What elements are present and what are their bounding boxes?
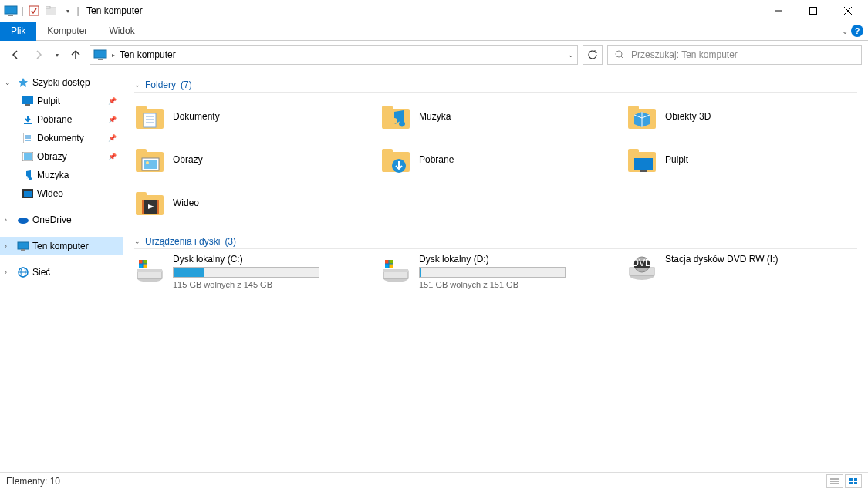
- sidebar-item-label: Dokumenty: [37, 133, 84, 143]
- folder-label: Muzyka: [419, 111, 451, 122]
- folder-label: Pobrane: [419, 154, 454, 165]
- sidebar-item-desktop[interactable]: Pulpit 📌: [0, 92, 123, 110]
- sidebar-item-documents[interactable]: Dokumenty 📌: [0, 129, 123, 147]
- folder-item[interactable]: Obrazy: [134, 140, 365, 179]
- address-bar[interactable]: ▸ Ten komputer ⌄: [90, 45, 578, 65]
- svg-rect-9: [94, 50, 106, 58]
- tab-file[interactable]: Plik: [0, 22, 36, 41]
- svg-rect-49: [628, 149, 639, 155]
- folder-item[interactable]: Pulpit: [627, 140, 857, 179]
- folder-icon: [134, 187, 165, 218]
- chevron-right-icon[interactable]: ›: [5, 242, 14, 250]
- group-header-folders[interactable]: ⌄ Foldery (7): [134, 79, 857, 93]
- svg-rect-63: [139, 265, 143, 268]
- view-details-button[interactable]: [826, 474, 843, 488]
- svg-rect-13: [22, 96, 33, 104]
- sidebar-network[interactable]: › Sieć: [0, 263, 123, 282]
- drive-item[interactable]: Dysk lokalny (C:)115 GB wolnych z 145 GB: [134, 254, 365, 289]
- sidebar-quick-access[interactable]: ⌄ Szybki dostęp: [0, 73, 123, 92]
- forward-button[interactable]: [29, 46, 48, 64]
- sidebar-item-music[interactable]: Muzyka: [0, 166, 123, 184]
- refresh-button[interactable]: [583, 45, 603, 65]
- folder-item[interactable]: Obiekty 3D: [627, 97, 857, 136]
- chevron-right-icon[interactable]: ›: [5, 268, 14, 276]
- sidebar-item-downloads[interactable]: Pobrane 📌: [0, 110, 123, 129]
- chevron-down-icon[interactable]: ⌄: [134, 238, 140, 245]
- folder-icon: [134, 101, 165, 132]
- search-box[interactable]: Przeszukaj: Ten komputer: [607, 45, 862, 65]
- sidebar-item-label: Szybki dostęp: [32, 77, 90, 88]
- svg-rect-0: [5, 6, 17, 14]
- folder-icon: [380, 101, 411, 132]
- tab-computer[interactable]: Komputer: [36, 22, 98, 41]
- ribbon-tabs: Plik Komputer Widok ⌄ ?: [0, 22, 868, 41]
- sidebar-item-label: Obrazy: [37, 151, 67, 162]
- svg-rect-50: [634, 158, 653, 170]
- up-button[interactable]: [66, 46, 85, 64]
- drive-label: Dysk lokalny (C:): [173, 254, 350, 265]
- folder-label: Wideo: [173, 197, 199, 208]
- group-header-drives[interactable]: ⌄ Urządzenia i dyski (3): [134, 236, 857, 249]
- qat-dropdown-icon[interactable]: ▾: [60, 3, 76, 19]
- folder-item[interactable]: Dokumenty: [134, 97, 365, 136]
- drive-icon: [380, 254, 411, 285]
- svg-rect-2: [29, 6, 39, 15]
- content-area: ⌄ Foldery (7) DokumentyMuzykaObiekty 3DO…: [123, 69, 868, 472]
- sidebar-item-pictures[interactable]: Obrazy 📌: [0, 147, 123, 166]
- address-chevron-icon[interactable]: ▸: [112, 52, 115, 59]
- folder-icon: [380, 144, 411, 175]
- svg-rect-62: [144, 260, 147, 264]
- svg-rect-64: [144, 265, 147, 268]
- tab-view[interactable]: Widok: [98, 22, 145, 41]
- chevron-down-icon[interactable]: ⌄: [134, 81, 140, 89]
- svg-rect-23: [24, 191, 32, 197]
- videos-icon: [22, 187, 34, 200]
- svg-rect-21: [24, 153, 32, 160]
- address-dropdown-icon[interactable]: ⌄: [568, 51, 574, 59]
- svg-rect-83: [854, 478, 857, 481]
- svg-rect-4: [46, 6, 50, 8]
- minimize-button[interactable]: [761, 0, 795, 22]
- svg-point-11: [616, 51, 622, 57]
- pin-icon: 📌: [108, 116, 117, 123]
- properties-icon[interactable]: [26, 3, 42, 19]
- pin-icon: 📌: [108, 134, 117, 142]
- folder-icon: [134, 144, 165, 175]
- back-button[interactable]: [6, 46, 25, 64]
- svg-rect-51: [640, 170, 647, 172]
- svg-rect-59: [137, 269, 162, 272]
- drive-label: Dysk lokalny (D:): [419, 254, 596, 265]
- sidebar-thispc[interactable]: › Ten komputer: [0, 237, 123, 255]
- help-icon[interactable]: ?: [851, 25, 863, 37]
- sidebar-item-label: Muzyka: [37, 170, 69, 180]
- drive-item[interactable]: Dysk lokalny (D:)151 GB wolnych z 151 GB: [380, 254, 611, 289]
- svg-rect-37: [382, 106, 393, 112]
- svg-rect-72: [390, 265, 393, 268]
- navbar: ▾ ▸ Ten komputer ⌄ Przeszukaj: Ten kompu…: [0, 41, 868, 69]
- thispc-icon[interactable]: [3, 3, 19, 19]
- drive-item[interactable]: DVDStacja dysków DVD RW (I:): [627, 254, 857, 289]
- sidebar-item-videos[interactable]: Wideo: [0, 184, 123, 203]
- recent-dropdown-icon[interactable]: ▾: [52, 46, 62, 64]
- star-icon: [17, 76, 29, 89]
- folder-item[interactable]: Wideo: [134, 184, 365, 222]
- drive-label: Stacja dysków DVD RW (I:): [665, 254, 842, 265]
- svg-rect-67: [383, 269, 408, 272]
- folder-item[interactable]: Muzyka: [380, 97, 611, 136]
- sidebar-onedrive[interactable]: › OneDrive: [0, 211, 123, 229]
- window-title: Ten komputer: [86, 5, 143, 16]
- ribbon-collapse-icon[interactable]: ⌄: [842, 27, 848, 35]
- chevron-down-icon[interactable]: ⌄: [5, 79, 14, 86]
- new-folder-icon[interactable]: [43, 3, 59, 19]
- maximize-button[interactable]: [795, 0, 830, 22]
- svg-point-24: [18, 218, 29, 224]
- close-button[interactable]: [830, 0, 865, 22]
- pin-icon: 📌: [108, 153, 117, 160]
- folder-item[interactable]: Pobrane: [380, 140, 611, 179]
- svg-rect-71: [385, 265, 389, 268]
- view-large-button[interactable]: [845, 474, 862, 488]
- chevron-right-icon[interactable]: ›: [5, 216, 14, 224]
- drive-subtext: 115 GB wolnych z 145 GB: [173, 280, 350, 289]
- svg-rect-1: [8, 15, 13, 16]
- statusbar: Elementy: 10: [0, 472, 868, 489]
